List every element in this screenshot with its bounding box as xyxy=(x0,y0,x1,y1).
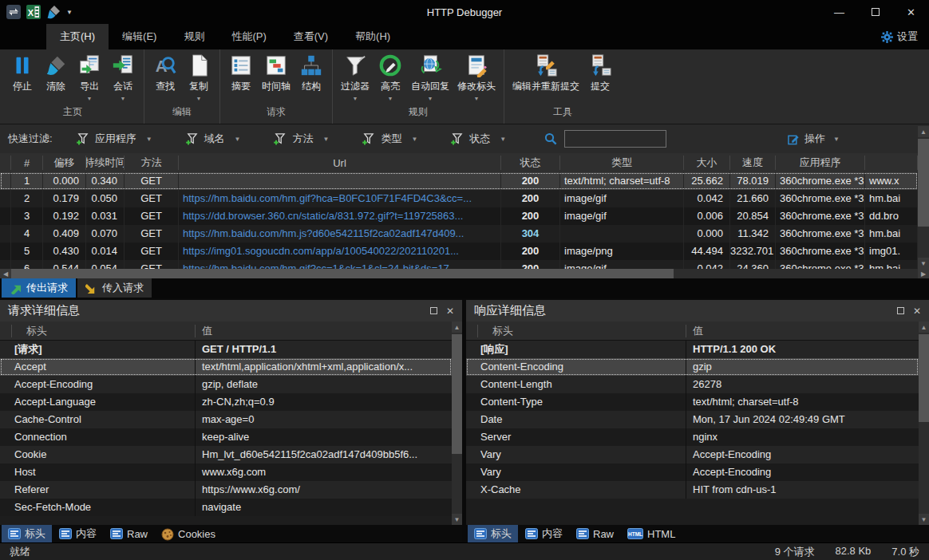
scroll-up-icon[interactable]: ▲ xyxy=(919,321,929,333)
ribbon-button-submit[interactable]: 提交 xyxy=(583,49,617,103)
scroll-down-icon[interactable]: ▼ xyxy=(919,514,929,525)
view-tab-cookies[interactable]: Cookies xyxy=(155,525,222,542)
filter-dropdown-1[interactable]: 应用程序▼ xyxy=(77,132,152,146)
view-tab-raw[interactable]: Raw xyxy=(104,525,154,542)
header-row[interactable]: Accept-Encodinggzip, deflate xyxy=(0,376,452,393)
sync-arrows-icon[interactable] xyxy=(6,5,21,19)
quick-access-caret-icon[interactable]: ▼ xyxy=(66,9,73,16)
column-header-偏移[interactable]: 偏移 xyxy=(43,156,86,170)
column-header-状态[interactable]: 状态 xyxy=(501,156,560,170)
column-header-Url[interactable]: Url xyxy=(179,156,501,170)
column-header-key[interactable]: 标头 xyxy=(477,325,686,337)
ribbon-button-structure[interactable]: 结构 xyxy=(295,49,328,103)
ribbon-button-find[interactable]: A查找 xyxy=(148,49,182,103)
dropdown-caret-icon[interactable]: ▼ xyxy=(87,93,93,103)
scroll-down-icon[interactable]: ▼ xyxy=(452,514,462,525)
minimize-button[interactable]: — xyxy=(821,0,857,24)
view-tab-标头[interactable]: 标头 xyxy=(468,525,518,542)
excel-export-icon[interactable]: X xyxy=(26,5,41,19)
column-header-value[interactable]: 值 xyxy=(686,325,929,337)
panel-vscroll-thumb[interactable] xyxy=(919,334,929,422)
header-row[interactable]: VaryAccept-Encoding xyxy=(466,446,919,463)
table-row[interactable]: 50.4300.014GEThttps://img01.sogoucdn.com… xyxy=(0,243,918,260)
header-row[interactable]: Accepttext/html,application/xhtml+xml,ap… xyxy=(0,358,452,376)
settings-button[interactable]: 设置 xyxy=(881,24,929,49)
column-header-类型[interactable]: 类型 xyxy=(560,156,684,170)
table-row[interactable]: 10.0000.340GET200text/html; charset=utf-… xyxy=(0,172,918,190)
header-row[interactable]: [请求]GET / HTTP/1.1 xyxy=(0,341,452,358)
header-row[interactable]: VaryAccept-Encoding xyxy=(466,463,919,481)
table-hscroll-thumb[interactable] xyxy=(11,269,674,278)
header-row[interactable]: [响应]HTTP/1.1 200 OK xyxy=(466,341,919,358)
column-header-#[interactable]: # xyxy=(11,156,43,170)
ribbon-button-pause[interactable]: 停止 xyxy=(6,49,39,103)
menu-tab-3[interactable]: 规则 xyxy=(170,24,218,49)
column-header-方法[interactable]: 方法 xyxy=(125,156,179,170)
column-header-大小[interactable]: 大小 xyxy=(684,156,730,170)
ribbon-button-brush[interactable]: 清除 xyxy=(39,49,73,103)
dropdown-caret-icon[interactable]: ▼ xyxy=(196,93,202,103)
header-row[interactable]: Cache-Controlmax-age=0 xyxy=(0,411,452,428)
filter-dropdown-3[interactable]: 方法▼ xyxy=(274,132,329,146)
panel-maximize-button[interactable] xyxy=(897,307,904,314)
menu-tab-4[interactable]: 性能(P) xyxy=(218,24,279,49)
header-row[interactable]: DateMon, 17 Jun 2024 02:49:49 GMT xyxy=(466,411,919,428)
header-row[interactable]: Content-Length26278 xyxy=(466,376,919,393)
dropdown-caret-icon[interactable]: ▼ xyxy=(121,93,126,103)
header-row[interactable]: Connectionkeep-alive xyxy=(0,428,452,446)
ribbon-button-export[interactable]: 导出▼ xyxy=(73,49,106,103)
actions-button[interactable]: 操作 ▼ xyxy=(788,132,840,146)
panel-close-button[interactable]: ✕ xyxy=(913,306,921,317)
ribbon-button-summary[interactable]: 摘要 xyxy=(224,49,258,103)
table-row[interactable]: 20.1790.050GEThttps://hm.baidu.com/hm.gi… xyxy=(0,190,918,207)
menu-tab-6[interactable]: 帮助(H) xyxy=(342,24,404,49)
view-tab-内容[interactable]: 内容 xyxy=(519,525,569,542)
header-row[interactable]: CookieHm_lvt_d60e542115f2ca02adf147d409b… xyxy=(0,446,452,463)
table-row[interactable]: 60.5440.054GEThttps://hm.baidu.com/hm.gi… xyxy=(0,260,918,269)
ribbon-button-session[interactable]: 会话▼ xyxy=(106,49,140,103)
close-button[interactable]: ✕ xyxy=(893,0,929,24)
ribbon-button-edit-resubmit[interactable]: 编辑并重新提交 xyxy=(508,49,583,103)
dropdown-caret-icon[interactable]: ▼ xyxy=(474,93,480,103)
menu-tab-5[interactable]: 查看(V) xyxy=(280,24,342,49)
dropdown-caret-icon[interactable]: ▼ xyxy=(388,93,393,103)
column-header-持续时间[interactable]: 持续时间 xyxy=(86,156,125,170)
header-row[interactable]: Hostwww.x6g.com xyxy=(0,463,452,481)
ribbon-button-filter[interactable]: 过滤器▼ xyxy=(337,49,374,103)
view-tab-标头[interactable]: 标头 xyxy=(2,525,52,542)
ribbon-button-highlight[interactable]: 高亮▼ xyxy=(374,49,407,103)
table-row[interactable]: 40.4090.070GEThttps://hm.baidu.com/hm.js… xyxy=(0,225,918,243)
clear-brush-icon[interactable] xyxy=(46,5,61,19)
header-row[interactable]: Content-Encodinggzip xyxy=(466,358,919,376)
column-header-col0[interactable] xyxy=(0,156,11,170)
header-row[interactable]: Sec-Fetch-Modenavigate xyxy=(0,499,452,516)
column-header-value[interactable]: 值 xyxy=(195,325,462,337)
column-header-col11[interactable] xyxy=(865,156,918,170)
panel-vertical-scrollbar[interactable]: ▲▼ xyxy=(919,321,929,525)
ribbon-button-modify-headers[interactable]: 修改标头▼ xyxy=(453,49,500,103)
menu-tab-2[interactable]: 编辑(E) xyxy=(109,24,170,49)
maximize-button[interactable] xyxy=(857,0,893,24)
search-input[interactable] xyxy=(564,130,666,148)
header-row[interactable]: X-CacheHIT from cdn-us-1 xyxy=(466,481,919,499)
filter-dropdown-5[interactable]: 状态▼ xyxy=(451,132,506,146)
view-tab-html[interactable]: HTMLHTML xyxy=(621,525,682,542)
scroll-up-icon[interactable]: ▲ xyxy=(918,126,929,137)
column-header-速度[interactable]: 速度 xyxy=(730,156,776,170)
panel-vertical-scrollbar[interactable]: ▲▼ xyxy=(452,321,462,525)
stream-tab-outgoing[interactable]: 传出请求 xyxy=(2,278,76,298)
header-row[interactable]: Servernginx xyxy=(466,428,919,446)
view-tab-内容[interactable]: 内容 xyxy=(53,525,103,542)
table-row[interactable]: 30.1920.031GEThttps://dd.browser.360.cn/… xyxy=(0,207,918,225)
scroll-left-icon[interactable]: ◀ xyxy=(0,269,11,278)
view-tab-raw[interactable]: Raw xyxy=(570,525,620,542)
scroll-right-icon[interactable]: ▶ xyxy=(918,269,929,278)
header-row[interactable]: Accept-Languagezh-CN,zh;q=0.9 xyxy=(0,393,452,411)
filter-dropdown-4[interactable]: 类型▼ xyxy=(362,132,417,146)
filter-dropdown-2[interactable]: 域名▼ xyxy=(186,132,241,146)
ribbon-button-copy[interactable]: 复制▼ xyxy=(182,49,215,103)
header-row[interactable]: Content-Typetext/html; charset=utf-8 xyxy=(466,393,919,411)
scroll-up-icon[interactable]: ▲ xyxy=(452,321,462,333)
stream-tab-incoming[interactable]: 传入请求 xyxy=(77,278,152,298)
header-row[interactable]: Refererhttps://www.x6g.com/ xyxy=(0,481,452,499)
